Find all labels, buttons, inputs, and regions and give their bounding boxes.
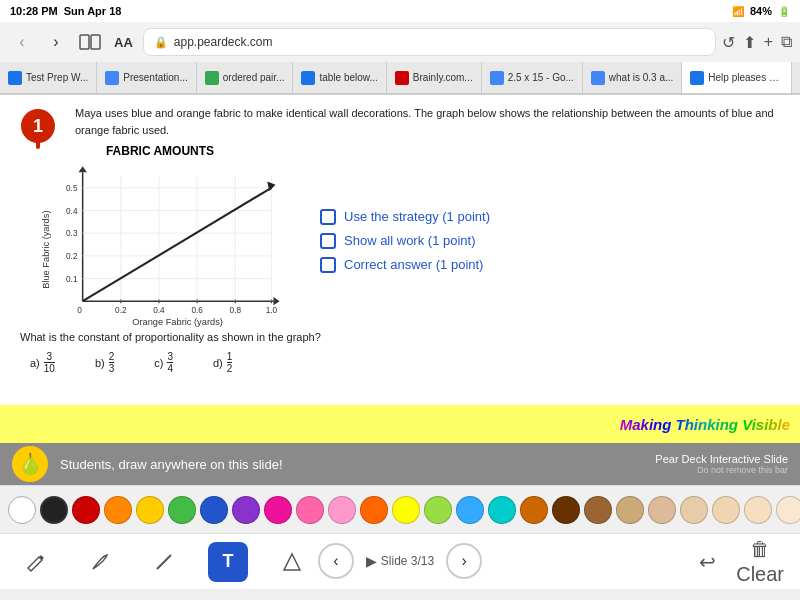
text-tool[interactable]: T (208, 542, 248, 582)
color-swatch-21[interactable] (680, 496, 708, 524)
color-swatch-9[interactable] (296, 496, 324, 524)
browser-tab-1[interactable]: Presentation... (97, 62, 196, 93)
answer-choice-3[interactable]: d)12 (213, 351, 232, 374)
reload-button[interactable]: ↺ (722, 33, 735, 52)
browser-tab-6[interactable]: what is 0.3 a... (583, 62, 682, 93)
trash-icon: 🗑 (750, 538, 770, 561)
browser-tab-0[interactable]: Test Prep W... (0, 62, 97, 93)
address-bar[interactable]: 🔒 app.peardeck.com (143, 28, 716, 56)
battery-icon: 🔋 (778, 6, 790, 17)
tab-favicon-6 (591, 71, 605, 85)
rubric-checkbox-2[interactable] (320, 257, 336, 273)
question-num-text: 1 (33, 116, 43, 137)
color-swatch-3[interactable] (104, 496, 132, 524)
chart-title: FABRIC AMOUNTS (20, 144, 300, 158)
tab-favicon-4 (395, 71, 409, 85)
choice-value-2: 34 (167, 351, 173, 374)
text-tool-label: T (223, 551, 234, 572)
choice-value-3: 12 (227, 351, 233, 374)
color-swatch-20[interactable] (648, 496, 676, 524)
choice-value-0: 310 (44, 351, 55, 374)
tabs-button[interactable]: ⧉ (781, 33, 792, 51)
pencil-tool[interactable] (16, 542, 56, 582)
svg-line-36 (157, 555, 171, 569)
svg-marker-5 (273, 297, 279, 305)
forward-button[interactable]: › (42, 28, 70, 56)
color-swatch-0[interactable] (8, 496, 36, 524)
svg-text:0.4: 0.4 (153, 306, 165, 315)
slide-back-button[interactable]: ‹ (318, 543, 354, 579)
undo-icon: ↩ (699, 550, 716, 574)
color-swatch-19[interactable] (616, 496, 644, 524)
add-tab-button[interactable]: + (764, 33, 773, 51)
tab-label-5: 2.5 x 15 - Go... (508, 72, 574, 83)
color-swatch-8[interactable] (264, 496, 292, 524)
color-swatch-4[interactable] (136, 496, 164, 524)
browser-tab-2[interactable]: ordered pair... (197, 62, 294, 93)
share-button[interactable]: ⬆ (743, 33, 756, 52)
svg-text:Blue Fabric (yards): Blue Fabric (yards) (41, 211, 51, 289)
answer-choice-1[interactable]: b)23 (95, 351, 114, 374)
color-swatch-7[interactable] (232, 496, 260, 524)
browser-tab-3[interactable]: table below... (293, 62, 386, 93)
clear-button[interactable]: 🗑 Clear (736, 538, 784, 586)
shape-tool[interactable] (272, 542, 312, 582)
svg-text:0: 0 (77, 306, 82, 315)
color-swatch-16[interactable] (520, 496, 548, 524)
tab-label-1: Presentation... (123, 72, 187, 83)
browser-tab-5[interactable]: 2.5 x 15 - Go... (482, 62, 583, 93)
answer-choices: a)310b)23c)34d)12 (30, 351, 780, 374)
svg-text:0.1: 0.1 (66, 275, 78, 284)
color-swatch-5[interactable] (168, 496, 196, 524)
choice-letter-0: a) (30, 357, 40, 369)
color-swatch-12[interactable] (392, 496, 420, 524)
browser-tab-7[interactable]: Help pleases bl... (682, 62, 792, 93)
color-swatch-18[interactable] (584, 496, 612, 524)
bottom-toolbar: T ↩ 🗑 Clear ‹ ▶ Slide 3/13 › (0, 533, 800, 589)
rubric-item-0: Use the strategy (1 point) (320, 209, 780, 225)
color-swatch-23[interactable] (744, 496, 772, 524)
svg-rect-0 (80, 35, 89, 49)
tab-label-6: what is 0.3 a... (609, 72, 673, 83)
color-swatch-24[interactable] (776, 496, 800, 524)
color-swatch-11[interactable] (360, 496, 388, 524)
slide-body: FABRIC AMOUNTS Blue Fabric (yards) (20, 144, 780, 327)
color-swatch-17[interactable] (552, 496, 580, 524)
rubric-checkbox-1[interactable] (320, 233, 336, 249)
aa-button[interactable]: AA (110, 35, 137, 50)
undo-button[interactable]: ↩ (699, 550, 716, 574)
pear-logo: 🍐 (12, 446, 48, 482)
color-swatch-10[interactable] (328, 496, 356, 524)
color-swatch-15[interactable] (488, 496, 516, 524)
rubric-text-1: Show all work (1 point) (344, 233, 476, 248)
status-left: 10:28 PM Sun Apr 18 (10, 5, 121, 17)
color-swatch-22[interactable] (712, 496, 740, 524)
pen-tool[interactable] (80, 542, 120, 582)
svg-text:0.3: 0.3 (66, 229, 78, 238)
slide-forward-button[interactable]: › (446, 543, 482, 579)
tab-favicon-2 (205, 71, 219, 85)
color-swatch-14[interactable] (456, 496, 484, 524)
question-number: 1 (20, 105, 56, 147)
answer-choice-0[interactable]: a)310 (30, 351, 55, 374)
back-button[interactable]: ‹ (8, 28, 36, 56)
line-tool[interactable] (144, 542, 184, 582)
color-swatch-13[interactable] (424, 496, 452, 524)
rubric-item-1: Show all work (1 point) (320, 233, 780, 249)
chart-container: Blue Fabric (yards) 0.1 (30, 162, 290, 327)
color-swatch-2[interactable] (72, 496, 100, 524)
question-text: What is the constant of proportionality … (20, 331, 780, 343)
forward-arrow-icon: › (462, 552, 467, 570)
color-swatch-1[interactable] (40, 496, 68, 524)
color-swatch-6[interactable] (200, 496, 228, 524)
browser-tab-4[interactable]: Brainly.com... (387, 62, 482, 93)
peardeck-sub: Do not remove this bar (655, 465, 788, 475)
answer-choice-2[interactable]: c)34 (154, 351, 173, 374)
rubric-area: Use the strategy (1 point)Show all work … (320, 144, 780, 327)
toolbar-actions: ↺ ⬆ + ⧉ (722, 33, 792, 52)
clear-label: Clear (736, 563, 784, 586)
rubric-checkbox-0[interactable] (320, 209, 336, 225)
reader-button[interactable] (76, 28, 104, 56)
chart-svg: Blue Fabric (yards) 0.1 (30, 162, 290, 327)
tab-label-2: ordered pair... (223, 72, 285, 83)
